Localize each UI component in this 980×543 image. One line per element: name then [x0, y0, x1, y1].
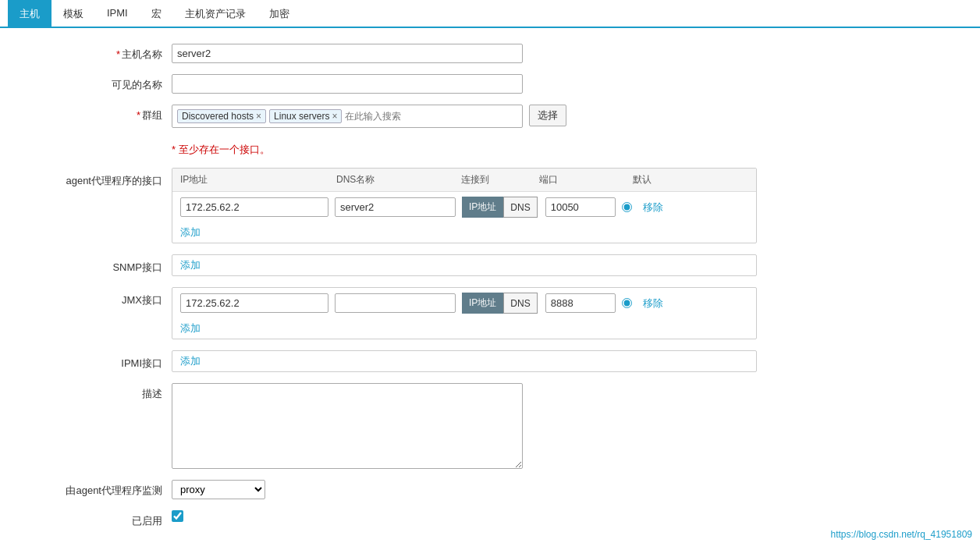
desc-row: 描述	[47, 383, 980, 469]
form-area: *主机名称 可见的名称 *群组 Discovered hosts × Linux…	[0, 28, 980, 543]
proxy-row: 由agent代理程序监测 proxy (no proxy)	[47, 480, 980, 499]
enabled-label: 已启用	[47, 510, 172, 528]
agent-connect-buttons: IP地址 DNS	[462, 197, 538, 218]
visible-name-input[interactable]	[172, 74, 523, 94]
agent-ip-input[interactable]	[180, 197, 328, 217]
col-ip-label: IP地址	[180, 173, 336, 186]
snmp-interface-section: 添加	[172, 254, 757, 276]
col-dns-label: DNS名称	[336, 173, 461, 186]
enabled-row: 已启用	[47, 510, 980, 528]
jmx-connect-dns-btn[interactable]: DNS	[503, 293, 537, 314]
jmx-connect-ip-btn[interactable]: IP地址	[462, 293, 503, 314]
agent-interface-data-row: IP地址 DNS 移除	[172, 192, 756, 222]
ipmi-interface-label: IPMI接口	[47, 350, 172, 371]
tab-template[interactable]: 模板	[51, 0, 95, 28]
hostname-row: *主机名称	[47, 44, 980, 63]
jmx-default-radio[interactable]	[622, 298, 632, 308]
jmx-port-input[interactable]	[545, 293, 616, 313]
tab-asset[interactable]: 主机资产记录	[173, 0, 257, 28]
hostname-input[interactable]	[172, 44, 523, 63]
visible-name-row: 可见的名称	[47, 74, 980, 94]
visible-name-label: 可见的名称	[47, 74, 172, 92]
snmp-add-row: 添加	[172, 255, 756, 275]
snmp-interface-label: SNMP接口	[47, 254, 172, 275]
enabled-checkbox[interactable]	[172, 510, 183, 522]
jmx-interface-section: IP地址 DNS 移除 添加	[172, 287, 757, 339]
tag-discovered: Discovered hosts ×	[177, 109, 266, 123]
snmp-add-link[interactable]: 添加	[172, 255, 208, 275]
agent-add-row: 添加	[172, 222, 756, 243]
col-port-label: 端口	[539, 173, 633, 186]
group-search-input[interactable]	[345, 111, 517, 122]
ipmi-interface-row: IPMI接口 添加	[47, 350, 980, 372]
group-select-button[interactable]: 选择	[529, 105, 566, 126]
tab-ipmi[interactable]: IPMI	[95, 0, 140, 28]
jmx-interface-row: JMX接口 IP地址 DNS 移除 添加	[47, 287, 980, 339]
agent-connect-dns-btn[interactable]: DNS	[503, 197, 537, 218]
tab-encrypt[interactable]: 加密	[257, 0, 301, 28]
agent-interface-section: IP地址 DNS名称 连接到 端口 默认 IP地址 DNS 移除 添加	[172, 168, 757, 243]
tag-linux-label: Linux servers	[274, 111, 329, 122]
agent-default-radio[interactable]	[622, 202, 632, 212]
jmx-add-link[interactable]: 添加	[172, 318, 208, 339]
agent-interface-label: agent代理程序的接口	[47, 168, 172, 188]
agent-connect-ip-btn[interactable]: IP地址	[462, 197, 503, 218]
proxy-select[interactable]: proxy (no proxy)	[172, 480, 265, 499]
tag-linux: Linux servers ×	[269, 109, 342, 123]
jmx-ip-input[interactable]	[180, 293, 328, 313]
warning-row: * 至少存在一个接口。	[47, 139, 980, 157]
ipmi-add-link[interactable]: 添加	[172, 351, 208, 371]
jmx-dns-input[interactable]	[335, 293, 456, 313]
group-row: *群组 Discovered hosts × Linux servers × 选…	[47, 105, 980, 128]
top-nav: 主机 模板 IPMI 宏 主机资产记录 加密	[0, 0, 980, 28]
jmx-remove-link[interactable]: 移除	[643, 296, 663, 311]
hostname-required: *	[116, 48, 120, 60]
proxy-label: 由agent代理程序监测	[47, 480, 172, 498]
col-default-label: 默认	[633, 173, 680, 186]
jmx-interface-label: JMX接口	[47, 287, 172, 307]
agent-interface-header: IP地址 DNS名称 连接到 端口 默认	[172, 169, 756, 192]
agent-port-input[interactable]	[545, 197, 616, 217]
col-connect-label: 连接到	[461, 173, 539, 186]
ipmi-add-row: 添加	[172, 351, 756, 371]
desc-label: 描述	[47, 383, 172, 401]
jmx-add-row: 添加	[172, 318, 756, 339]
tag-discovered-remove[interactable]: ×	[256, 111, 261, 122]
tab-macro[interactable]: 宏	[140, 0, 173, 28]
desc-textarea[interactable]	[172, 383, 523, 469]
jmx-connect-buttons: IP地址 DNS	[462, 293, 538, 314]
ipmi-interface-section: 添加	[172, 350, 757, 372]
group-label: *群组	[47, 105, 172, 122]
hostname-label: *主机名称	[47, 44, 172, 62]
agent-interface-row: agent代理程序的接口 IP地址 DNS名称 连接到 端口 默认 IP地址 D…	[47, 168, 980, 243]
group-field[interactable]: Discovered hosts × Linux servers ×	[172, 105, 523, 128]
tag-linux-remove[interactable]: ×	[332, 111, 337, 122]
footer-url: https://blog.csdn.net/rq_41951809	[831, 529, 972, 540]
agent-dns-input[interactable]	[335, 197, 456, 217]
warning-text: * 至少存在一个接口。	[172, 139, 270, 157]
agent-add-link[interactable]: 添加	[172, 222, 208, 243]
snmp-interface-row: SNMP接口 添加	[47, 254, 980, 276]
jmx-interface-data-row: IP地址 DNS 移除	[172, 288, 756, 318]
agent-remove-link[interactable]: 移除	[643, 201, 663, 215]
tag-discovered-label: Discovered hosts	[182, 111, 254, 122]
tab-host[interactable]: 主机	[8, 0, 51, 28]
